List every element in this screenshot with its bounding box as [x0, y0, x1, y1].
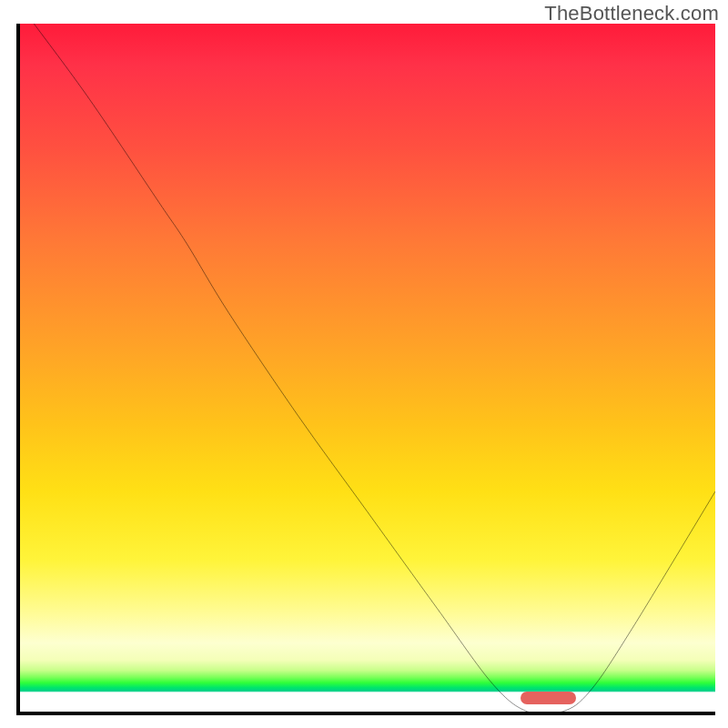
chart-frame: TheBottleneck.com — [0, 0, 728, 728]
plot-area — [16, 24, 715, 715]
optimal-range-marker — [521, 692, 576, 704]
watermark-label: TheBottleneck.com — [544, 2, 719, 25]
bottleneck-curve — [20, 24, 715, 712]
